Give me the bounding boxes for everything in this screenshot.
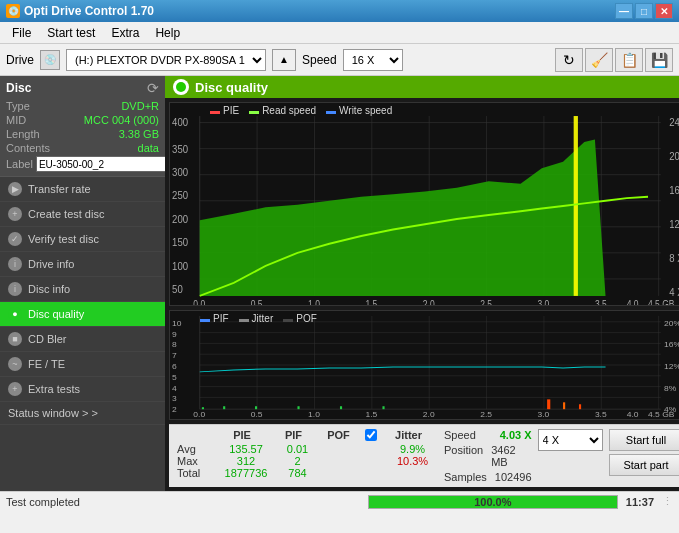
position-info-row: Position 3462 MB (444, 444, 532, 468)
sidebar-item-transfer-rate[interactable]: ▶ Transfer rate (0, 177, 165, 202)
svg-rect-81 (382, 406, 384, 409)
svg-text:3.5: 3.5 (595, 410, 607, 419)
sidebar-item-label: Transfer rate (28, 183, 91, 195)
save-icon[interactable]: 💾 (645, 48, 673, 72)
pif-legend-dot (200, 319, 210, 322)
menu-help[interactable]: Help (147, 24, 188, 42)
lower-chart-legend: PIF Jitter POF (200, 313, 317, 324)
sidebar-item-cd-bler[interactable]: ■ CD Bler (0, 327, 165, 352)
menu-file[interactable]: File (4, 24, 39, 42)
svg-text:4.5 GB: 4.5 GB (648, 410, 675, 419)
disc-length-value: 3.38 GB (119, 128, 159, 140)
disc-contents-value: data (138, 142, 159, 154)
sidebar-item-disc-quality[interactable]: ● Disc quality (0, 302, 165, 327)
menu-extra[interactable]: Extra (103, 24, 147, 42)
write-legend-dot (326, 111, 336, 114)
disc-contents-row: Contents data (6, 142, 159, 154)
status-text: Test completed (6, 496, 360, 508)
svg-text:8 X: 8 X (669, 251, 679, 264)
svg-text:16%: 16% (664, 341, 679, 350)
svg-text:4.0: 4.0 (627, 410, 639, 419)
samples-info-row: Samples 102496 (444, 471, 532, 483)
svg-text:3: 3 (172, 395, 177, 404)
stats-panel: PIE PIF POF Jitter Avg 135.57 (169, 424, 679, 487)
svg-text:1.0: 1.0 (308, 298, 320, 305)
copy-icon[interactable]: 📋 (615, 48, 643, 72)
svg-rect-84 (579, 404, 581, 409)
sidebar-item-fe-te[interactable]: ~ FE / TE (0, 352, 165, 377)
lower-chart: PIF Jitter POF 10 9 8 (169, 310, 679, 420)
eject-button[interactable]: ▲ (272, 49, 296, 71)
svg-text:9: 9 (172, 330, 177, 339)
main-area: Disc ⟳ Type DVD+R MID MCC 004 (000) Leng… (0, 76, 679, 491)
sidebar-item-label: CD Bler (28, 333, 67, 345)
svg-rect-32 (574, 116, 578, 296)
disc-refresh-icon[interactable]: ⟳ (147, 80, 159, 96)
svg-rect-78 (255, 406, 257, 409)
upper-chart-svg: 400 350 300 250 200 150 100 50 24 X 20 X… (170, 103, 679, 305)
svg-text:2.0: 2.0 (423, 298, 435, 305)
erase-icon[interactable]: 🧹 (585, 48, 613, 72)
legend-pof: POF (283, 313, 317, 324)
title-bar: 💿 Opti Drive Control 1.70 — □ ✕ (0, 0, 679, 22)
title-bar-left: 💿 Opti Drive Control 1.70 (6, 4, 154, 18)
disc-header: Disc ⟳ (6, 80, 159, 96)
disc-quality-icon: ● (8, 307, 22, 321)
jitter-checkbox[interactable] (365, 429, 377, 441)
svg-rect-82 (547, 399, 550, 409)
disc-quality-header: Disc quality (165, 76, 679, 98)
max-label: Max (177, 455, 217, 467)
test-speed-select[interactable]: 4 X 8 X 16 X (538, 429, 603, 451)
svg-text:6: 6 (172, 362, 177, 371)
svg-rect-80 (340, 406, 342, 409)
disc-label-input[interactable] (36, 156, 169, 172)
sidebar-item-create-test-disc[interactable]: + Create test disc (0, 202, 165, 227)
drive-select[interactable]: (H:) PLEXTOR DVDR PX-890SA 1.00 (66, 49, 266, 71)
menu-start-test[interactable]: Start test (39, 24, 103, 42)
speed-select[interactable]: 16 X 4 X 8 X 12 X Max (343, 49, 403, 71)
sidebar-item-extra-tests[interactable]: + Extra tests (0, 377, 165, 402)
sidebar-item-drive-info[interactable]: i Drive info (0, 252, 165, 277)
avg-pie: 135.57 (217, 443, 275, 455)
total-jitter (385, 467, 440, 479)
speed-label: Speed (302, 53, 337, 67)
refresh-icon[interactable]: ↻ (555, 48, 583, 72)
disc-label-row: Label ⚙ (6, 156, 159, 172)
maximize-button[interactable]: □ (635, 3, 653, 19)
legend-write: Write speed (326, 105, 392, 116)
title-controls[interactable]: — □ ✕ (615, 3, 673, 19)
start-full-button[interactable]: Start full (609, 429, 679, 451)
start-part-button[interactable]: Start part (609, 454, 679, 476)
disc-quality-inner-icon (176, 82, 186, 92)
svg-text:100: 100 (172, 259, 188, 272)
minimize-button[interactable]: — (615, 3, 633, 19)
resize-grip: ⋮ (662, 495, 673, 508)
svg-text:8: 8 (172, 341, 177, 350)
svg-text:0.0: 0.0 (193, 410, 205, 419)
stats-table: PIE PIF POF Jitter Avg 135.57 (177, 429, 440, 479)
disc-length-label: Length (6, 128, 40, 140)
sidebar-item-disc-info[interactable]: i Disc info (0, 277, 165, 302)
sidebar-item-status-window[interactable]: Status window > > (0, 402, 165, 425)
create-disc-icon: + (8, 207, 22, 221)
status-bar: Test completed 100.0% 11:37 ⋮ (0, 491, 679, 511)
col-header-jitter: Jitter (381, 429, 436, 441)
status-window-label: Status window > > (8, 407, 98, 419)
position-key: Position (444, 444, 483, 468)
content-area: Disc quality PIE Read speed Wr (165, 76, 679, 491)
drive-info-icon: i (8, 257, 22, 271)
svg-text:250: 250 (172, 188, 188, 201)
pof-legend-label: POF (296, 313, 317, 324)
transfer-rate-icon: ▶ (8, 182, 22, 196)
read-legend-label: Read speed (262, 105, 316, 116)
speed-select-group: 4 X 8 X 16 X (538, 429, 603, 451)
disc-section-title: Disc (6, 81, 31, 95)
progress-percent: 100.0% (369, 496, 617, 508)
pie-legend-label: PIE (223, 105, 239, 116)
svg-text:12%: 12% (664, 362, 679, 371)
sidebar-item-verify-test-disc[interactable]: ✓ Verify test disc (0, 227, 165, 252)
svg-text:1.0: 1.0 (308, 410, 320, 419)
svg-rect-76 (202, 407, 204, 409)
close-button[interactable]: ✕ (655, 3, 673, 19)
svg-text:2.5: 2.5 (480, 298, 492, 305)
